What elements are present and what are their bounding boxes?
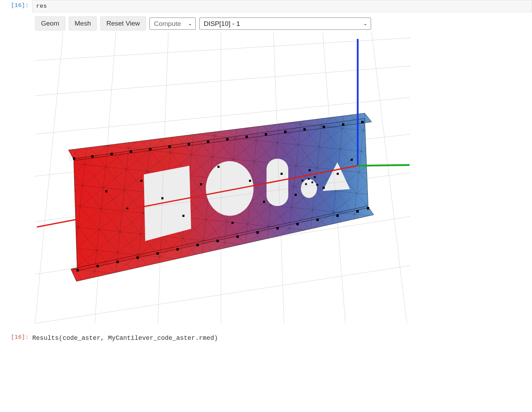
svg-rect-77 — [323, 187, 325, 189]
svg-rect-62 — [356, 210, 359, 213]
field-select[interactable]: DISP[10] - 1 — [199, 18, 371, 30]
svg-rect-60 — [316, 219, 319, 221]
svg-rect-75 — [295, 194, 297, 196]
svg-rect-42 — [265, 133, 267, 136]
svg-rect-71 — [231, 222, 234, 224]
3d-viewport[interactable] — [35, 33, 410, 323]
svg-rect-64 — [105, 190, 107, 192]
reset-view-button[interactable]: Reset View — [100, 16, 146, 30]
svg-rect-56 — [236, 235, 239, 238]
code-cell-output: [16]: Results(code_aster, MyCantilever_c… — [0, 332, 532, 344]
svg-rect-52 — [156, 252, 159, 255]
svg-rect-54 — [196, 244, 199, 246]
svg-rect-47 — [361, 121, 364, 123]
svg-rect-76 — [309, 169, 311, 171]
field-select-wrap: DISP[10] - 1 ⌄ — [199, 18, 371, 30]
svg-rect-61 — [336, 214, 339, 217]
svg-line-13 — [35, 33, 63, 323]
input-prompt: [16]: — [0, 0, 32, 10]
axis-y — [358, 165, 410, 166]
svg-rect-48 — [76, 269, 79, 272]
svg-rect-58 — [276, 227, 279, 229]
svg-rect-80 — [302, 180, 303, 181]
svg-rect-49 — [96, 265, 99, 267]
svg-rect-67 — [161, 197, 163, 199]
svg-rect-40 — [226, 138, 229, 140]
svg-rect-63 — [367, 207, 369, 210]
svg-rect-45 — [323, 126, 325, 128]
svg-rect-85 — [316, 184, 318, 186]
svg-rect-78 — [337, 173, 339, 175]
output-text: Results(code_aster, MyCantilever_code_as… — [32, 332, 218, 344]
svg-rect-39 — [207, 140, 209, 143]
svg-rect-43 — [284, 131, 287, 133]
geom-button[interactable]: Geom — [35, 16, 65, 30]
svg-rect-36 — [149, 148, 151, 150]
code-editor[interactable]: res — [32, 0, 532, 12]
svg-rect-79 — [351, 159, 353, 161]
svg-rect-44 — [303, 128, 306, 131]
svg-rect-32 — [73, 157, 75, 160]
svg-line-87 — [358, 165, 410, 166]
svg-rect-70 — [217, 166, 220, 168]
svg-rect-82 — [308, 178, 310, 180]
output-widget: Geom Mesh Reset View Compute ⌄ DISP[10] … — [0, 16, 532, 323]
svg-line-19 — [372, 33, 407, 323]
svg-rect-57 — [256, 231, 259, 234]
svg-rect-81 — [305, 183, 307, 185]
svg-rect-38 — [188, 143, 190, 145]
svg-rect-84 — [314, 176, 316, 178]
svg-line-6 — [35, 38, 410, 61]
svg-rect-69 — [200, 183, 202, 185]
svg-rect-33 — [91, 155, 94, 158]
svg-rect-35 — [130, 150, 132, 153]
svg-rect-53 — [176, 248, 179, 250]
svg-rect-73 — [263, 201, 265, 203]
svg-rect-72 — [249, 180, 251, 182]
svg-rect-55 — [216, 240, 219, 242]
code-cell-input: [16]: res — [0, 0, 532, 12]
svg-line-7 — [35, 66, 410, 96]
svg-rect-59 — [296, 223, 299, 225]
svg-rect-37 — [168, 145, 171, 148]
svg-rect-68 — [182, 215, 184, 217]
svg-rect-83 — [311, 181, 313, 183]
svg-rect-46 — [342, 123, 344, 126]
compute-select-wrap: Compute ⌄ — [149, 18, 196, 30]
svg-rect-51 — [136, 256, 139, 259]
svg-rect-41 — [245, 136, 248, 138]
mesh-button[interactable]: Mesh — [69, 16, 97, 30]
compute-select[interactable]: Compute — [149, 18, 196, 30]
svg-rect-34 — [110, 153, 113, 155]
svg-rect-74 — [281, 173, 283, 175]
svg-rect-66 — [140, 180, 142, 182]
output-prompt: [16]: — [0, 332, 32, 342]
viewer-toolbar: Geom Mesh Reset View Compute ⌄ DISP[10] … — [35, 16, 532, 30]
svg-rect-50 — [116, 261, 119, 263]
